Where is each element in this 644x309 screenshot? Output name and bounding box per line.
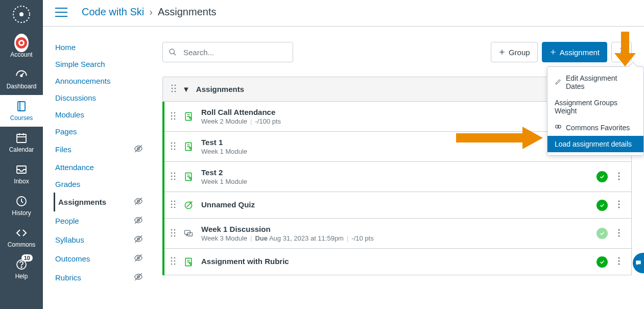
drag-handle-icon[interactable] xyxy=(171,84,176,94)
svg-point-94 xyxy=(171,257,173,259)
svg-point-43 xyxy=(175,88,176,89)
assignment-row: Test 2Week 1 Module xyxy=(164,162,632,192)
dropdown-item[interactable]: Assignment Groups Weight xyxy=(547,94,643,119)
group-title: Assignments xyxy=(196,85,244,93)
help-badge: 10 xyxy=(21,254,33,262)
course-nav-item[interactable]: Files xyxy=(55,140,150,159)
svg-point-18 xyxy=(21,267,22,268)
course-nav-item[interactable]: Syllabus xyxy=(55,230,150,249)
svg-point-72 xyxy=(618,178,619,180)
nav-account[interactable]: Account xyxy=(0,32,43,63)
hidden-eye-icon xyxy=(134,144,143,155)
course-nav-item[interactable]: Discussions xyxy=(55,89,150,106)
dropdown-item[interactable]: Load assignment details xyxy=(547,136,643,152)
nav-inbox[interactable]: Inbox xyxy=(0,158,43,190)
svg-rect-6 xyxy=(18,102,25,111)
hidden-eye-icon xyxy=(134,272,143,283)
assignment-icon xyxy=(183,172,194,182)
drag-handle-icon[interactable] xyxy=(171,172,176,182)
caret-down-icon[interactable]: ▼ xyxy=(182,85,190,93)
nav-item-label: Outcomes xyxy=(55,254,90,263)
nav-dashboard[interactable]: Dashboard xyxy=(0,63,43,95)
canvas-logo[interactable] xyxy=(11,4,32,25)
course-nav-item[interactable]: Assignments xyxy=(54,193,150,211)
course-nav-item[interactable]: Rubrics xyxy=(55,268,150,287)
nav-help[interactable]: 10 Help xyxy=(0,253,43,285)
course-nav-item[interactable]: Grades xyxy=(55,176,150,193)
row-options-button[interactable] xyxy=(615,198,623,212)
hidden-eye-icon xyxy=(134,216,143,226)
avatar-icon xyxy=(14,36,29,50)
assignment-title[interactable]: Assignment with Rubric xyxy=(201,257,589,266)
nav-item-label: Simple Search xyxy=(55,60,105,68)
svg-point-1 xyxy=(19,12,23,16)
assignment-title[interactable]: Test 2 xyxy=(201,168,589,177)
search-input[interactable] xyxy=(162,42,293,62)
nav-item-label: Assignments xyxy=(58,198,106,206)
nav-label: Courses xyxy=(10,114,33,122)
course-nav-item[interactable]: Pages xyxy=(55,123,150,140)
row-options-button[interactable] xyxy=(615,170,623,184)
svg-point-97 xyxy=(174,260,176,262)
nav-item-label: Discussions xyxy=(55,93,96,102)
plus-icon xyxy=(550,49,557,56)
breadcrumb-course[interactable]: Code with Ski xyxy=(82,6,144,18)
svg-point-46 xyxy=(171,112,173,113)
hamburger-menu[interactable] xyxy=(55,8,67,17)
nav-courses[interactable]: Courses xyxy=(0,95,43,127)
nav-item-label: Home xyxy=(55,43,76,52)
svg-point-83 xyxy=(171,229,173,230)
speedometer-icon xyxy=(14,67,29,82)
svg-point-53 xyxy=(171,142,173,144)
assignment-meta: Week 1 Module xyxy=(201,178,589,185)
dropdown-label: Edit Assignment Dates xyxy=(566,74,636,90)
course-nav-item[interactable]: Simple Search xyxy=(55,56,150,73)
drag-handle-icon[interactable] xyxy=(171,257,176,267)
nav-commons[interactable]: Commons xyxy=(0,222,43,253)
published-icon[interactable] xyxy=(597,228,608,239)
dropdown-label: Assignment Groups Weight xyxy=(555,99,636,115)
published-icon[interactable] xyxy=(597,256,608,268)
svg-point-85 xyxy=(171,232,173,233)
drag-handle-icon[interactable] xyxy=(171,112,176,122)
drag-handle-icon[interactable] xyxy=(171,229,176,239)
published-icon[interactable] xyxy=(597,200,608,211)
course-nav-item[interactable]: Home xyxy=(55,39,150,56)
assignment-icon xyxy=(183,111,194,122)
dropdown-label: Commons Favorites xyxy=(566,124,630,132)
course-nav: HomeSimple SearchAnnouncementsDiscussion… xyxy=(43,31,150,309)
nav-label: Account xyxy=(10,51,32,58)
course-nav-item[interactable]: Attendance xyxy=(55,159,150,176)
row-options-button[interactable] xyxy=(615,255,623,269)
quiz-icon xyxy=(183,200,194,210)
nav-history[interactable]: History xyxy=(0,190,43,222)
add-group-button[interactable]: Group xyxy=(491,42,538,62)
course-nav-item[interactable]: Modules xyxy=(55,106,150,123)
svg-rect-106 xyxy=(621,32,629,53)
svg-point-96 xyxy=(171,260,173,262)
search-icon xyxy=(169,48,177,56)
svg-point-77 xyxy=(171,207,173,208)
dropdown-item[interactable]: Edit Assignment Dates xyxy=(547,70,643,94)
drag-handle-icon[interactable] xyxy=(171,200,176,210)
course-nav-item[interactable]: People xyxy=(55,211,150,230)
row-options-button[interactable] xyxy=(615,227,623,241)
published-icon[interactable] xyxy=(597,171,608,182)
nav-label: History xyxy=(12,209,31,217)
add-assignment-button[interactable]: Assignment xyxy=(542,42,607,62)
svg-point-54 xyxy=(174,142,176,144)
nav-calendar[interactable]: Calendar xyxy=(0,127,43,158)
clock-icon xyxy=(14,194,29,208)
assignment-title[interactable]: Unnamed Quiz xyxy=(201,200,589,209)
svg-point-74 xyxy=(174,201,176,202)
dropdown-item[interactable]: Commons Favorites xyxy=(547,119,643,136)
svg-point-45 xyxy=(175,91,176,92)
commons-icon xyxy=(555,123,562,132)
nav-item-label: Attendance xyxy=(55,163,94,172)
assignment-body: Test 2Week 1 Module xyxy=(201,168,589,185)
assignment-title[interactable]: Week 1 Discussion xyxy=(201,225,589,233)
drag-handle-icon[interactable] xyxy=(171,142,176,152)
course-nav-item[interactable]: Outcomes xyxy=(55,249,150,268)
course-nav-item[interactable]: Announcements xyxy=(55,73,150,89)
svg-point-82 xyxy=(618,206,619,208)
